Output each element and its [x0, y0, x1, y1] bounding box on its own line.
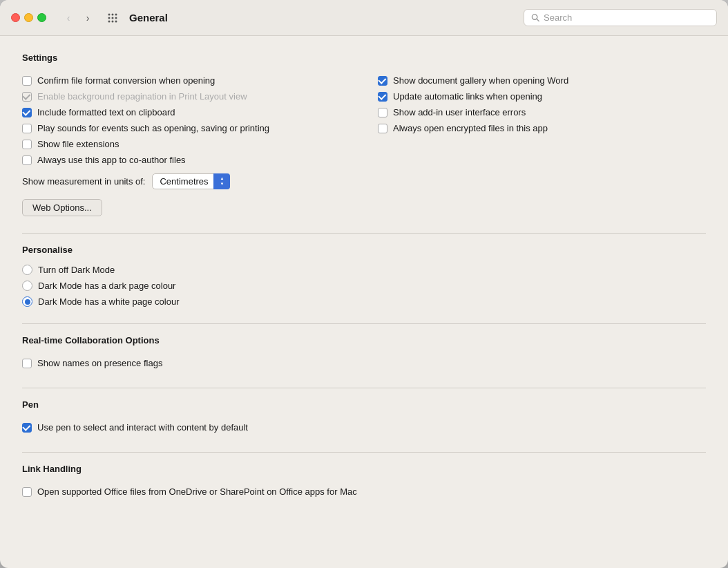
setting-include-formatted-text: Include formatted text on clipboard — [22, 104, 350, 120]
realtime-collab-title: Real-time Collaboration Options — [22, 335, 706, 345]
svg-point-2 — [115, 13, 117, 15]
svg-point-1 — [112, 13, 114, 15]
radio-dark-page: Dark Mode has a dark page colour — [22, 281, 706, 291]
show-file-extensions-checkbox[interactable] — [22, 140, 32, 149]
show-addin-errors-label: Show add-in user interface errors — [393, 107, 526, 117]
settings-title: Settings — [22, 53, 706, 63]
forward-button[interactable]: › — [79, 10, 96, 26]
setting-show-names-presence: Show names on presence flags — [22, 355, 706, 371]
units-row: Show measurement in units of: Centimetre… — [22, 171, 706, 192]
minimize-button[interactable] — [24, 13, 33, 22]
link-handling-section: Link Handling Open supported Office file… — [22, 464, 706, 500]
radio-turn-off-dark-mode: Turn off Dark Mode — [22, 265, 706, 275]
window-title: General — [129, 12, 515, 23]
settings-section: Settings Confirm file format conversion … — [22, 53, 706, 216]
setting-use-pen: Use pen to select and interact with cont… — [22, 419, 706, 435]
always-open-encrypted-label: Always open encrypted files in this app — [393, 123, 548, 133]
setting-show-addin-errors: Show add-in user interface errors — [378, 104, 706, 120]
play-sounds-label: Play sounds for events such as opening, … — [37, 123, 269, 133]
always-use-app-checkbox[interactable] — [22, 155, 32, 165]
main-window: ‹ › General — [0, 0, 728, 568]
svg-point-0 — [108, 13, 111, 15]
pen-section: Pen Use pen to select and interact with … — [22, 399, 706, 435]
update-automatic-links-checkbox[interactable] — [378, 92, 387, 102]
turn-off-dark-mode-radio[interactable] — [22, 265, 32, 275]
titlebar: ‹ › General — [0, 0, 728, 36]
units-label: Show measurement in units of: — [22, 176, 145, 187]
dark-page-label: Dark Mode has a dark page colour — [38, 281, 175, 291]
setting-open-office-files: Open supported Office files from OneDriv… — [22, 484, 706, 500]
svg-point-3 — [108, 17, 111, 19]
settings-personalise-divider — [22, 233, 706, 234]
svg-point-8 — [115, 20, 117, 22]
settings-left-col: Confirm file format conversion when open… — [22, 73, 350, 168]
white-page-label: Dark Mode has a white page colour — [38, 296, 180, 307]
link-handling-title: Link Handling — [22, 464, 706, 474]
show-document-gallery-checkbox[interactable] — [378, 76, 387, 86]
enable-repagination-label: Enable background repagination in Print … — [37, 91, 247, 102]
always-use-app-label: Always use this app to co-author files — [37, 155, 186, 165]
close-button[interactable] — [11, 13, 20, 22]
search-bar — [524, 9, 717, 26]
enable-repagination-checkbox[interactable] — [22, 92, 32, 102]
pen-title: Pen — [22, 399, 706, 410]
confirm-file-format-checkbox[interactable] — [22, 76, 32, 86]
traffic-lights — [11, 13, 46, 22]
settings-right-col: Show document gallery when opening Word … — [378, 73, 706, 168]
dark-page-radio[interactable] — [22, 281, 32, 291]
white-page-radio[interactable] — [22, 296, 32, 307]
collab-pen-divider — [22, 388, 706, 388]
nav-arrows: ‹ › — [60, 10, 96, 26]
show-document-gallery-label: Show document gallery when opening Word — [393, 75, 568, 86]
show-names-presence-label: Show names on presence flags — [37, 358, 162, 368]
maximize-button[interactable] — [37, 13, 46, 22]
radio-white-page: Dark Mode has a white page colour — [22, 296, 706, 307]
show-names-presence-checkbox[interactable] — [22, 359, 32, 368]
svg-point-5 — [115, 17, 117, 19]
personalise-collab-divider — [22, 323, 706, 324]
setting-show-document-gallery: Show document gallery when opening Word — [378, 73, 706, 88]
open-office-files-checkbox[interactable] — [22, 487, 32, 497]
search-icon — [531, 13, 539, 22]
setting-show-file-extensions: Show file extensions — [22, 136, 350, 152]
pen-link-divider — [22, 452, 706, 453]
realtime-collab-section: Real-time Collaboration Options Show nam… — [22, 335, 706, 371]
grid-icon[interactable] — [104, 10, 121, 26]
personalise-section: Personalise Turn off Dark Mode Dark Mode… — [22, 245, 706, 307]
play-sounds-checkbox[interactable] — [22, 124, 32, 133]
svg-point-7 — [112, 20, 114, 22]
setting-confirm-file-format: Confirm file format conversion when open… — [22, 73, 350, 88]
content-area: Settings Confirm file format conversion … — [0, 36, 728, 568]
include-formatted-text-label: Include formatted text on clipboard — [37, 107, 175, 117]
use-pen-label: Use pen to select and interact with cont… — [37, 422, 248, 433]
personalise-radio-group: Turn off Dark Mode Dark Mode has a dark … — [22, 265, 706, 307]
show-addin-errors-checkbox[interactable] — [378, 108, 387, 117]
svg-point-4 — [112, 17, 114, 19]
setting-play-sounds: Play sounds for events such as opening, … — [22, 120, 350, 136]
turn-off-dark-mode-label: Turn off Dark Mode — [38, 265, 115, 275]
always-open-encrypted-checkbox[interactable] — [378, 124, 387, 133]
units-select[interactable]: Centimetres Inches Millimetres Points Pi… — [152, 173, 230, 189]
open-office-files-label: Open supported Office files from OneDriv… — [37, 486, 357, 497]
setting-enable-repagination: Enable background repagination in Print … — [22, 88, 350, 104]
setting-always-open-encrypted: Always open encrypted files in this app — [378, 120, 706, 136]
search-input[interactable] — [544, 12, 709, 23]
units-select-container: Centimetres Inches Millimetres Points Pi… — [152, 173, 230, 189]
setting-update-automatic-links: Update automatic links when opening — [378, 88, 706, 104]
svg-point-6 — [108, 20, 111, 22]
svg-line-10 — [537, 19, 539, 21]
show-file-extensions-label: Show file extensions — [37, 139, 119, 149]
personalise-title: Personalise — [22, 245, 706, 255]
web-options-button[interactable]: Web Options... — [22, 199, 102, 216]
use-pen-checkbox[interactable] — [22, 423, 32, 433]
back-button[interactable]: ‹ — [60, 10, 77, 26]
setting-always-use-app: Always use this app to co-author files — [22, 152, 350, 168]
update-automatic-links-label: Update automatic links when opening — [393, 91, 542, 102]
confirm-file-format-label: Confirm file format conversion when open… — [37, 75, 215, 86]
include-formatted-text-checkbox[interactable] — [22, 108, 32, 117]
